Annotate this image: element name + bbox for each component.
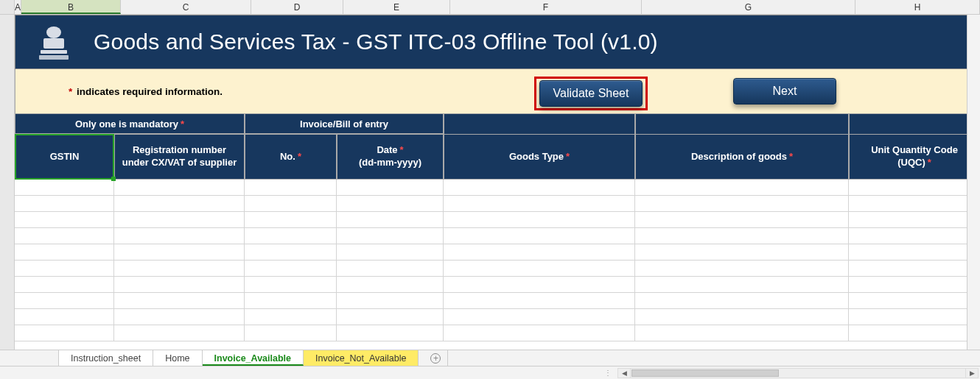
group-invoice: Invoice/Bill of entry — [245, 113, 444, 134]
col-G[interactable]: G — [642, 0, 855, 14]
header-uqc[interactable]: Unit Quantity Code (UQC)* — [849, 134, 980, 180]
header-goods-type[interactable]: Goods Type* — [444, 134, 635, 180]
horizontal-scrollbar[interactable] — [617, 368, 979, 378]
header-goods-type-label: Goods Type — [509, 151, 564, 162]
header-gstin[interactable]: GSTIN — [15, 134, 114, 180]
title-banner: Goods and Services Tax - GST ITC-03 Offl… — [15, 15, 980, 69]
info-bar: * indicates required information. Valida… — [15, 69, 980, 113]
plus-icon: + — [430, 353, 441, 364]
col-F[interactable]: F — [450, 0, 642, 14]
column-headers: A B C D E F G H — [0, 0, 980, 15]
col-A[interactable]: A — [15, 0, 21, 14]
header-date[interactable]: Date* (dd-mm-yyyy) — [337, 134, 444, 180]
tab-invoice-available[interactable]: Invoice_Available — [203, 350, 304, 366]
hscroll-row: ⋮ — [0, 366, 980, 379]
svg-rect-2 — [43, 38, 64, 49]
table-row[interactable] — [15, 244, 980, 261]
table-row[interactable] — [15, 293, 980, 309]
header-no[interactable]: No.* — [245, 134, 337, 180]
header-date-format: (dd-mm-yyyy) — [359, 157, 421, 168]
sheet-body: Goods and Services Tax - GST ITC-03 Offl… — [15, 15, 980, 350]
required-note: * indicates required information. — [69, 86, 223, 97]
table-row[interactable] — [15, 196, 980, 212]
horizontal-scrollbar-thumb[interactable] — [631, 369, 779, 377]
tab-invoice-not-available[interactable]: Invoice_Not_Available — [304, 350, 419, 366]
select-all-cell[interactable] — [0, 0, 15, 14]
row-gutter — [0, 15, 15, 350]
header-date-label: Date — [377, 144, 397, 155]
data-grid[interactable] — [15, 180, 980, 341]
group-blank-2 — [635, 113, 849, 134]
col-C[interactable]: C — [121, 0, 251, 14]
validate-sheet-button[interactable]: Validate Sheet — [539, 80, 643, 107]
header-no-label: No. — [280, 151, 295, 162]
table-row[interactable] — [15, 325, 980, 341]
required-note-text: indicates required information. — [77, 86, 223, 97]
group-invoice-label: Invoice/Bill of entry — [300, 118, 388, 130]
header-reg-no[interactable]: Registration number under CX/VAT of supp… — [114, 134, 245, 180]
header-description[interactable]: Description of goods* — [635, 134, 849, 180]
col-H[interactable]: H — [855, 0, 980, 14]
table-row[interactable] — [15, 261, 980, 277]
asterisk-icon: * — [69, 86, 72, 97]
svg-rect-4 — [39, 55, 69, 60]
validate-highlight: Validate Sheet — [534, 77, 648, 110]
col-B[interactable]: B — [21, 0, 121, 14]
group-header-row: Only one is mandatory* Invoice/Bill of e… — [15, 113, 980, 134]
tab-resize-handle[interactable]: ⋮ — [0, 369, 616, 377]
col-D[interactable]: D — [251, 0, 343, 14]
svg-point-1 — [46, 26, 61, 38]
header-gstin-label: GSTIN — [50, 151, 80, 163]
header-description-label: Description of goods — [691, 151, 787, 162]
tab-home[interactable]: Home — [153, 350, 202, 366]
page-title: Goods and Services Tax - GST ITC-03 Offl… — [94, 29, 658, 54]
new-sheet-button[interactable]: + — [419, 350, 448, 366]
svg-rect-3 — [41, 50, 67, 54]
header-reg-no-label: Registration number under CX/VAT of supp… — [119, 144, 239, 169]
group-blank-3 — [849, 113, 980, 134]
table-row[interactable] — [15, 180, 980, 196]
group-blank-1 — [444, 113, 635, 134]
vertical-scrollbar[interactable] — [967, 15, 980, 350]
tab-instruction-sheet[interactable]: Instruction_sheet — [59, 350, 153, 366]
table-row[interactable] — [15, 228, 980, 244]
group-mandatory-label: Only one is mandatory — [75, 118, 178, 130]
table-row[interactable] — [15, 212, 980, 228]
sheet-tab-bar: Instruction_sheet Home Invoice_Available… — [0, 350, 980, 366]
col-E[interactable]: E — [343, 0, 450, 14]
next-button[interactable]: Next — [733, 78, 836, 105]
header-row: GSTIN Registration number under CX/VAT o… — [15, 134, 980, 180]
group-mandatory: Only one is mandatory* — [15, 113, 245, 134]
emblem-icon — [36, 22, 71, 62]
table-row[interactable] — [15, 309, 980, 325]
table-row[interactable] — [15, 277, 980, 293]
header-uqc-label: Unit Quantity Code (UQC) — [871, 144, 958, 168]
tab-nav-spacer — [0, 350, 59, 366]
